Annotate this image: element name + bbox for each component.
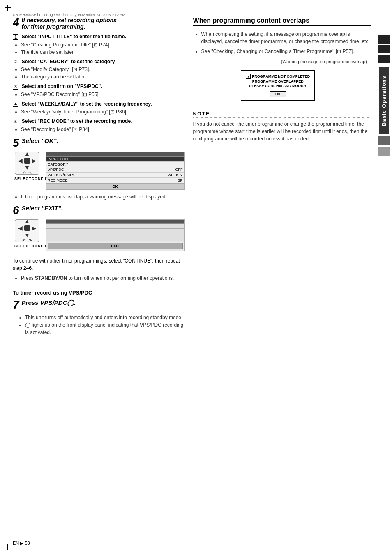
footer-en-label: EN ▶ 53 [13, 541, 30, 546]
arrow-left-icon: ◀ [18, 225, 23, 231]
step5-remote: ▲ ◀ ▶ ▼ ↶ ↷ [13, 152, 42, 181]
arrow-down-icon: ▼ [24, 165, 30, 170]
warning-box: ! PROGRAMME NOT COMPLETED PROGRAMME OVER… [241, 70, 315, 101]
curved-right-icon: ↷ [28, 170, 32, 176]
step4-title: If necessary, set recording optionsfor t… [22, 17, 117, 30]
main-content: 4 If necessary, set recording optionsfor… [13, 17, 371, 538]
substep-2-bullets: See "Modify Category" [⊡ P73]. The categ… [21, 66, 185, 81]
footer: EN ▶ 53 [13, 539, 371, 546]
screen-row-vpspdc: VPS/PDC OFF [46, 167, 184, 173]
sidebar-block-5 [378, 147, 390, 156]
corner-crosshair-bl [5, 544, 11, 550]
remote-center-row: ◀ ▶ [18, 157, 36, 164]
substep-2-number: 2 [13, 59, 18, 64]
warning-box-container: ! PROGRAMME NOT COMPLETED PROGRAMME OVER… [193, 66, 371, 105]
arrow-down-icon: ▼ [24, 232, 30, 238]
continue-block: To continue with other timer programming… [13, 257, 185, 282]
step6-diagram: ▲ ◀ ▶ ▼ ↶ ↷ [13, 219, 185, 251]
standby-note: Press STANDBY/ON to turn off when not pe… [21, 274, 185, 282]
step4-number: 4 [13, 17, 19, 28]
step5-title: Select "OK". [22, 137, 58, 144]
row-label: REC MODE [48, 178, 68, 182]
two-col-layout: 4 If necessary, set recording optionsfor… [13, 17, 371, 336]
row-value: SP [178, 178, 183, 182]
row-label: INPUT TITLE [48, 157, 70, 161]
remote-body-6: ▲ ◀ ▶ ▼ ↶ ↷ [15, 219, 39, 242]
step5-screen: INPUT TITLE CATEGORY VPS/PDC OFF WEE [46, 152, 185, 190]
remote-labels: SELECT CONFIRM [13, 175, 42, 181]
step6-heading: 6 Select "EXIT". [13, 205, 185, 216]
step4-heading: 4 If necessary, set recording optionsfor… [13, 17, 185, 30]
remote-body-5: ▲ ◀ ▶ ▼ ↶ ↷ [15, 152, 39, 175]
row-label: VPS/PDC [48, 168, 64, 172]
step5-heading: 5 Select "OK". [13, 137, 185, 149]
step7-bullet-2: ◯ lights up on the front display panel i… [25, 321, 185, 336]
note-text: If you do not cancel the timer programme… [193, 120, 371, 143]
vps-heading: To timer record using VPS/PDC [13, 290, 185, 296]
warning-ok-button: OK [270, 91, 286, 97]
standby-note-text: Press STANDBY/ON to turn off when not pe… [21, 274, 185, 282]
substep-5-number: 5 [13, 119, 18, 124]
row-value: WEEKLY [168, 173, 183, 177]
warning-caption: (Warning message on programme overlap) [193, 59, 371, 64]
sidebar-blocks-bottom [378, 136, 390, 156]
continue-text: To continue with other timer programming… [13, 257, 185, 272]
row-label: WEEKLY/DAILY [48, 173, 74, 177]
center-button [24, 225, 30, 231]
note-section: NOTE: If you do not cancel the timer pro… [193, 111, 371, 143]
step4-substeps: 1 Select "INPUT TITLE" to enter the titl… [13, 33, 185, 133]
row-value: OFF [175, 168, 183, 172]
bullet-item: See "Weekly/Daily Timer Programming" [⊡ … [21, 108, 185, 115]
footer-en-text: EN [13, 541, 19, 546]
remote-center-row: ◀ ▶ [18, 225, 36, 231]
arrow-up-icon: ▲ [24, 151, 30, 157]
screen-empty-row-1 [46, 224, 184, 229]
step5-note: If timer programmes overlap, a warning m… [21, 193, 185, 200]
remote-labels-6: SELECT CONFIRM [13, 243, 42, 248]
right-bullet-1: When completing the setting, if a messag… [201, 30, 371, 45]
bullet-item: See "Creating Programme Title" [⊡ P74]. [21, 41, 185, 48]
row-label: CATEGORY [48, 162, 68, 166]
screen-empty-area [46, 229, 184, 241]
substep-3-number: 3 [13, 84, 18, 90]
curved-right-icon: ↷ [28, 238, 32, 243]
arrow-left-icon: ◀ [18, 157, 23, 164]
curved-arrows: ↶ ↷ [22, 170, 32, 176]
step7-number: 7 [13, 299, 19, 311]
step6-title: Select "EXIT". [22, 205, 63, 212]
substep-2: 2 Select "CATEGORY" to set the category.… [13, 58, 185, 81]
left-column: 4 If necessary, set recording optionsfor… [13, 17, 185, 336]
right-section-bullets: When completing the setting, if a messag… [201, 30, 371, 55]
sidebar-block-2 [378, 45, 390, 53]
footer-page-number: 53 [25, 541, 30, 546]
screen-exit-button: EXIT [48, 243, 183, 249]
curved-left-icon: ↶ [22, 170, 26, 176]
screen-row-recmode: REC MODE SP [46, 178, 184, 183]
substep-1: 1 Select "INPUT TITLE" to enter the titl… [13, 33, 185, 56]
substep-3-title: Select and confirm on "VPS/PDC". [22, 83, 102, 89]
header-text: DR-MH300SE.book Page 53 Thursday, Novemb… [13, 13, 125, 17]
sidebar-block-1 [378, 35, 390, 44]
corner-crosshair-tl [5, 5, 11, 11]
substep-1-bullets: See "Creating Programme Title" [⊡ P74]. … [21, 41, 185, 56]
step6-screen: EXIT [46, 219, 185, 251]
screen-row-weekly: WEEKLY/DAILY WEEKLY [46, 173, 184, 178]
substep-2-title: Select "CATEGORY" to set the category. [22, 59, 116, 64]
step7-heading: 7 Press VPS/PDC◯. [13, 299, 185, 311]
step7-bullet-1: This unit turns off automatically and en… [25, 314, 185, 321]
sidebar-blocks [378, 35, 390, 63]
screen-row-category: CATEGORY [46, 162, 184, 167]
note-title: NOTE: [193, 111, 371, 118]
vps-divider [13, 287, 185, 287]
substep-3-bullets: See "VPS/PDC Recording" [⊡ P55]. [21, 91, 185, 98]
arrow-up-icon: ▲ [24, 218, 30, 224]
substep-5-bullets: See "Recording Mode" [⊡ P84]. [21, 126, 185, 133]
substep-4-number: 4 [13, 101, 18, 107]
right-column: When programming content overlaps When c… [193, 17, 371, 336]
bullet-item: See "Recording Mode" [⊡ P84]. [21, 126, 185, 133]
step7-bullets: This unit turns off automatically and en… [25, 314, 185, 336]
footer-arrow-icon: ▶ [20, 541, 23, 546]
sidebar-label: Basic Operations [379, 67, 389, 134]
step5-diagram: ▲ ◀ ▶ ▼ ↶ ↷ [13, 152, 185, 190]
screen-top-bar [46, 152, 184, 157]
